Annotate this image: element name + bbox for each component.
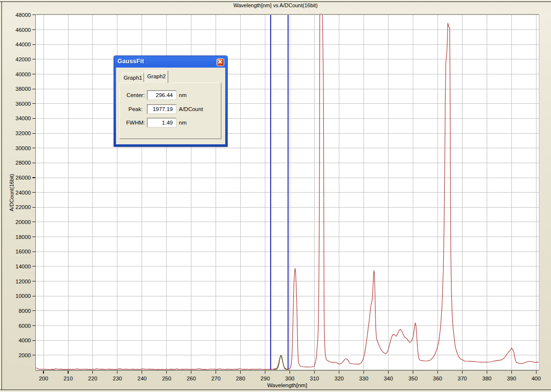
svg-text:6000: 6000 (18, 323, 31, 329)
svg-text:12000: 12000 (15, 279, 31, 284)
svg-text:22000: 22000 (15, 204, 31, 210)
svg-text:46000: 46000 (15, 27, 31, 33)
svg-text:A/DCount(16bit): A/DCount(16bit) (9, 174, 14, 211)
svg-text:26000: 26000 (15, 175, 31, 181)
svg-text:38000: 38000 (15, 86, 31, 92)
svg-text:18000: 18000 (15, 234, 31, 240)
svg-text:250: 250 (162, 376, 171, 381)
svg-text:400: 400 (532, 376, 541, 381)
svg-text:48000: 48000 (15, 12, 31, 18)
svg-text:350: 350 (408, 376, 418, 381)
svg-text:280: 280 (236, 376, 245, 381)
svg-text:42000: 42000 (15, 56, 31, 62)
svg-text:290: 290 (261, 376, 270, 381)
svg-text:360: 360 (433, 376, 442, 381)
svg-text:230: 230 (113, 376, 122, 381)
svg-text:310: 310 (310, 376, 319, 381)
svg-text:370: 370 (458, 376, 467, 381)
svg-text:240: 240 (137, 376, 146, 381)
svg-text:380: 380 (482, 376, 492, 381)
svg-text:Wavelength[nm] vs A/DCount(16b: Wavelength[nm] vs A/DCount(16bit) (233, 2, 318, 8)
svg-text:210: 210 (63, 376, 72, 381)
svg-text:270: 270 (211, 376, 220, 381)
svg-text:300: 300 (285, 376, 294, 381)
svg-text:390: 390 (507, 376, 516, 381)
svg-text:320: 320 (334, 376, 344, 381)
svg-text:20000: 20000 (15, 219, 31, 225)
svg-text:36000: 36000 (15, 101, 31, 107)
svg-text:4000: 4000 (18, 337, 31, 343)
svg-text:34000: 34000 (15, 115, 31, 121)
svg-text:14000: 14000 (15, 264, 31, 269)
svg-text:8000: 8000 (18, 308, 31, 314)
svg-text:330: 330 (359, 376, 368, 381)
svg-text:200: 200 (39, 376, 48, 381)
svg-text:2000: 2000 (18, 352, 31, 358)
svg-text:32000: 32000 (15, 130, 31, 136)
svg-text:24000: 24000 (15, 190, 31, 196)
svg-text:260: 260 (187, 376, 196, 381)
svg-text:30000: 30000 (15, 145, 31, 151)
svg-text:220: 220 (88, 376, 97, 381)
svg-text:340: 340 (384, 376, 393, 381)
svg-text:28000: 28000 (15, 160, 31, 166)
svg-text:40000: 40000 (15, 71, 31, 77)
svg-text:44000: 44000 (15, 42, 31, 47)
svg-text:10000: 10000 (15, 293, 31, 299)
svg-text:16000: 16000 (15, 249, 31, 254)
svg-text:Wavelength[nm]: Wavelength[nm] (267, 382, 307, 388)
